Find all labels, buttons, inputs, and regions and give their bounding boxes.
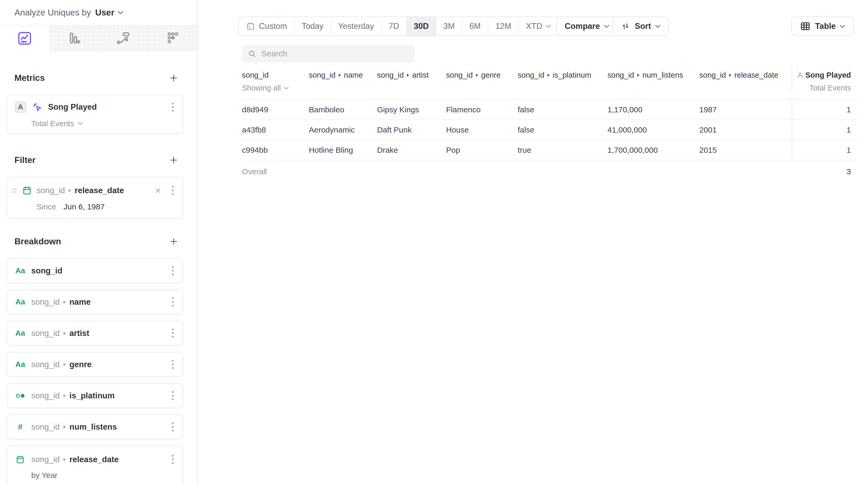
search-input[interactable] [261,49,409,59]
tab-grid-dots[interactable] [148,26,197,51]
breakdown-card[interactable]: Aa # song_id release_da [6,446,183,485]
column-header[interactable]: song_id genre [446,66,518,80]
search-box [242,45,414,62]
showing-all-selector[interactable]: Showing all [242,84,304,92]
breakdown-property-field: name [69,297,91,307]
breakdown-property-group: song_id [31,391,60,400]
sort-label: Sort [635,22,651,31]
entity-selector[interactable]: User [95,8,123,18]
column-header[interactable]: song_id artist [377,66,446,80]
filter-value[interactable]: Jun 6, 1987 [63,202,105,211]
chevron-down-icon [78,122,83,125]
table-cell: Drake [377,146,446,155]
date-range-option[interactable]: 3M [436,17,462,35]
date-range-label: Today [302,22,323,31]
table-cell: false [518,105,608,114]
chevron-down-icon [284,87,289,90]
breakdown-options-kebab-icon[interactable] [170,453,175,465]
breadcrumb-triangle-icon [338,73,341,77]
breakdown-bucketing-note[interactable]: by Year [31,471,175,480]
compare-button[interactable]: Compare [556,17,618,36]
breadcrumb-triangle-icon [729,73,732,77]
line-chart-icon [17,30,33,46]
date-range-option[interactable]: XTD [518,17,558,35]
breakdown-card[interactable]: Aa # song_id name [6,290,183,314]
column-group: song_id [699,71,726,80]
drag-handle-icon[interactable] [11,189,18,192]
overall-total: 3 [792,167,858,176]
analysis-header: Analyze Uniques by User [0,0,197,25]
cursor-click-icon [31,101,43,113]
date-range-option[interactable]: 6M [462,17,488,35]
tab-line-chart[interactable] [0,26,49,51]
breakdown-options-kebab-icon[interactable] [170,327,175,339]
metric-value-cell: 1 [792,120,858,140]
table-row[interactable]: a43fb8 Aerodynamic Daft Punk House false… [242,120,858,140]
table-row[interactable]: c994bb Hotline Bling Drake Pop true 1,70… [242,140,858,160]
column-header[interactable]: song_id Showing all [242,66,309,92]
column-field: num_listens [643,71,683,80]
breakdown-options-kebab-icon[interactable] [170,421,175,433]
results-table: song_id Showing all song_id name [242,66,858,183]
breakdown-card[interactable]: Aa # song_id artist [6,321,183,346]
table-body: d8d949 Bamboleo Gipsy Kings Flamenco fal… [242,100,858,160]
table-cell: true [518,146,608,155]
table-cell: Hotline Bling [309,146,377,155]
overall-label: Overall [242,167,309,176]
sort-arrows-icon [621,22,630,31]
breakdown-card[interactable]: Aa # song_id num_listen [6,415,183,439]
column-header[interactable]: song_id num_listens [608,66,699,80]
filter-card[interactable]: song_id release_date Since Jun 6, 1987 [6,177,183,219]
tab-bar-chart[interactable] [49,26,98,51]
date-range-label: XTD [526,22,542,31]
add-breakdown-button[interactable] [167,235,180,248]
column-header[interactable]: song_id release_date [699,66,792,80]
date-range-option[interactable]: Today [294,17,331,35]
entity-value: User [95,8,115,18]
metric-aggregation-selector[interactable]: Total Events [31,119,175,128]
breadcrumb-triangle-icon [63,331,66,335]
filter-title: Filter [14,155,36,165]
view-label: Table [815,22,836,31]
date-range-option[interactable]: 30D [406,17,436,35]
column-header[interactable]: song_id is_platinum [518,66,608,80]
table-row[interactable]: d8d949 Bamboleo Gipsy Kings Flamenco fal… [242,100,858,120]
chevron-down-icon [118,11,123,14]
text-property-icon: Aa [15,329,25,337]
filter-options-kebab-icon[interactable] [170,184,175,196]
breakdown-options-kebab-icon[interactable] [170,358,175,370]
breakdown-options-kebab-icon[interactable] [170,390,175,402]
breakdown-options-kebab-icon[interactable] [170,296,175,308]
add-filter-button[interactable] [167,154,180,166]
breakdown-card[interactable]: Aa # song_id [6,258,183,283]
filter-operator[interactable]: Since [36,202,56,211]
date-range-label: 6M [469,22,481,31]
column-group: song_id [446,71,473,80]
breakdown-card[interactable]: Aa # song_id is_platinu [6,383,183,408]
metric-options-kebab-icon[interactable] [170,101,175,113]
showing-all-label: Showing all [242,84,281,92]
tab-flows[interactable] [98,26,148,51]
view-as-table-button[interactable]: Table [792,17,854,36]
breakdown-card[interactable]: Aa # song_id genre [6,352,183,377]
flows-icon [116,30,131,46]
sort-button[interactable]: Sort [613,17,669,36]
text-property-icon: Aa [15,266,25,275]
close-icon [154,187,162,194]
breakdown-options-kebab-icon[interactable] [170,265,175,277]
column-group: song_id [377,71,404,80]
metric-value-cell: 1 [792,100,858,119]
date-range-option[interactable]: 7D [381,17,406,35]
date-range-label: Yesterday [338,22,374,31]
date-range-option[interactable]: Yesterday [331,17,381,35]
metric-series-letter: A [798,71,803,79]
date-range-label: 30D [414,22,429,31]
add-metric-button[interactable] [167,72,180,84]
date-range-option[interactable]: 12M [488,17,518,35]
column-header[interactable]: song_id name [309,66,377,80]
metric-column-header[interactable]: ASong Played Total Events [792,66,858,92]
metric-card[interactable]: A Song Played Total Events [6,95,183,134]
remove-filter-icon[interactable] [153,186,163,195]
breadcrumb-triangle-icon [63,362,66,367]
date-range-option[interactable]: Custom [239,17,294,35]
